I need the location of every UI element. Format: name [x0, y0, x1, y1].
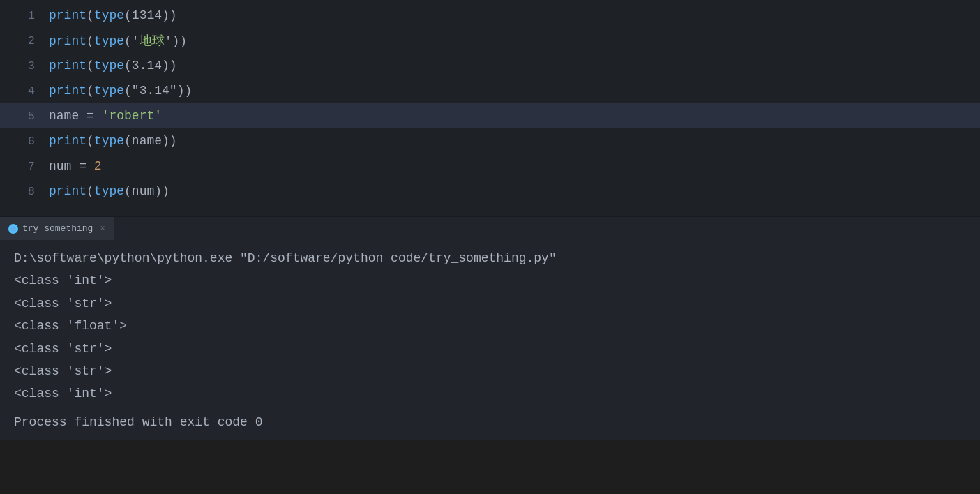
terminal-tab-close-icon[interactable]: ×	[100, 224, 105, 234]
code-token: type	[94, 184, 124, 198]
code-token: 地球	[140, 34, 165, 48]
code-token: num	[49, 159, 71, 173]
code-token: ("3.14"))	[124, 84, 192, 98]
code-token: type	[94, 8, 124, 22]
code-token: type	[94, 84, 124, 98]
terminal-line: <class 'str'>	[14, 292, 966, 315]
python-icon	[8, 224, 18, 234]
code-token: '))	[165, 34, 187, 48]
code-token: print	[49, 59, 86, 73]
code-token: (1314))	[124, 8, 177, 22]
code-content: print(type(3.14))	[49, 59, 177, 73]
code-token: print	[49, 84, 86, 98]
code-token: name	[49, 109, 79, 123]
code-token: =	[79, 109, 101, 123]
line-number: 7	[0, 160, 49, 173]
code-content: num = 2	[49, 159, 102, 173]
code-content: name = 'robert'	[49, 109, 162, 123]
code-token: type	[94, 134, 124, 148]
code-token: type	[94, 59, 124, 73]
terminal-line: <class 'int'>	[14, 382, 966, 405]
code-token: =	[71, 159, 93, 173]
terminal-line: <class 'str'>	[14, 338, 966, 360]
terminal-area: D:\software\python\python.exe "D:/softwa…	[0, 240, 980, 440]
code-line: 8print(type(num))	[0, 179, 980, 204]
code-line: 1print(type(1314))	[0, 3, 980, 28]
line-number: 5	[0, 110, 49, 123]
code-token: type	[94, 34, 124, 48]
code-line: 4print(type("3.14"))	[0, 78, 980, 103]
editor-area: 1print(type(1314))2print(type('地球'))3pri…	[0, 0, 980, 216]
code-token: print	[49, 8, 86, 22]
line-number: 4	[0, 84, 49, 98]
terminal-line: D:\software\python\python.exe "D:/softwa…	[14, 247, 966, 269]
terminal-tab-label: try_something	[22, 223, 93, 234]
code-token: print	[49, 134, 86, 148]
line-number: 1	[0, 9, 49, 22]
terminal-line: <class 'float'>	[14, 315, 966, 337]
code-token: (3.14))	[124, 59, 177, 73]
code-line: 6print(type(name))	[0, 128, 980, 154]
line-number: 8	[0, 185, 49, 198]
code-content: print(type('地球'))	[49, 32, 187, 49]
terminal-tab[interactable]: try_something ×	[0, 217, 114, 240]
code-token: (	[86, 8, 94, 22]
terminal-line: Process finished with exit code 0	[14, 411, 966, 433]
terminal-line: <class 'int'>	[14, 269, 966, 292]
line-number: 3	[0, 59, 49, 73]
terminal-tab-bar: try_something ×	[0, 216, 980, 240]
code-line: 5name = 'robert'	[0, 103, 980, 128]
code-token: print	[49, 34, 86, 48]
code-line: 3print(type(3.14))	[0, 53, 980, 78]
terminal-line: <class 'str'>	[14, 360, 966, 382]
line-number: 2	[0, 34, 49, 47]
code-line: 2print(type('地球'))	[0, 28, 980, 53]
code-token: (	[86, 84, 94, 98]
code-token: (	[86, 134, 94, 148]
code-content: print(type("3.14"))	[49, 84, 192, 98]
code-content: print(type(1314))	[49, 8, 177, 22]
line-number: 6	[0, 135, 49, 148]
code-line: 7num = 2	[0, 154, 980, 179]
code-token: (name))	[124, 134, 177, 148]
code-token: (	[86, 34, 94, 48]
code-token: 'robert'	[102, 109, 162, 123]
code-token: 2	[94, 159, 102, 173]
code-token: (	[86, 184, 94, 198]
code-content: print(type(name))	[49, 134, 177, 148]
code-token: ('	[124, 34, 140, 48]
code-content: print(type(num))	[49, 184, 169, 198]
code-token: print	[49, 184, 86, 198]
code-token: (num))	[124, 184, 169, 198]
code-token: (	[86, 59, 94, 73]
